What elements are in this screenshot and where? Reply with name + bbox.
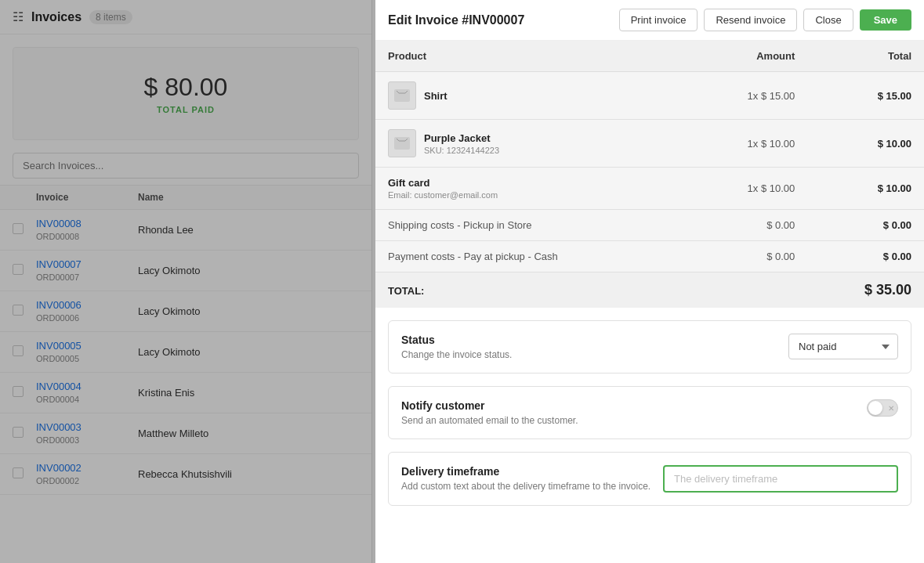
delivery-section: Delivery timeframe Add custom text about… [388, 452, 911, 506]
product-name: Purple Jacket [424, 132, 499, 144]
bottom-sections: Status Change the invoice status. Not pa… [375, 320, 924, 506]
modal-header: Edit Invoice #INV00007 Print invoice Res… [375, 0, 924, 41]
delivery-description: Add custom text about the delivery timef… [401, 481, 650, 492]
modal-body: Product Amount Total [375, 41, 924, 563]
col-total-header: Total [807, 41, 924, 72]
product-row-shirt: Shirt 1x $ 15.00 $ 15.00 [375, 72, 924, 120]
toggle-x-icon: ✕ [888, 404, 894, 413]
gift-card-amount: 1x $ 10.00 [690, 168, 808, 210]
status-description: Change the invoice status. [401, 349, 512, 360]
payment-label: Payment costs - Pay at pickup - Cash [375, 241, 690, 272]
toggle-knob [868, 401, 882, 415]
product-total: $ 15.00 [807, 72, 924, 120]
status-select[interactable]: Not paid Paid Overdue Cancelled [788, 334, 898, 359]
product-sku: SKU: 12324144223 [424, 146, 499, 155]
product-name: Shirt [424, 90, 448, 102]
grand-total-label: TOTAL: [388, 285, 424, 297]
shipping-row: Shipping costs - Pickup in Store $ 0.00 … [375, 210, 924, 241]
gift-card-email: Email: customer@email.com [388, 190, 678, 200]
modal-title: Edit Invoice #INV00007 [388, 13, 619, 27]
product-name-cell: Shirt [388, 81, 678, 110]
product-row-purple-jacket: Purple Jacket SKU: 12324144223 1x $ 10.0… [375, 120, 924, 168]
payment-total: $ 0.00 [807, 241, 924, 272]
save-button[interactable]: Save [860, 9, 911, 31]
status-row: Status Change the invoice status. Not pa… [401, 334, 898, 360]
payment-row: Payment costs - Pay at pickup - Cash $ 0… [375, 241, 924, 272]
col-product-header: Product [375, 41, 690, 72]
product-name-cell: Purple Jacket SKU: 12324144223 [388, 129, 678, 157]
shipping-label: Shipping costs - Pickup in Store [375, 210, 690, 241]
product-amount: 1x $ 15.00 [690, 72, 808, 120]
notify-label: Notify customer [401, 399, 578, 412]
print-invoice-button[interactable]: Print invoice [619, 9, 698, 31]
delivery-info: Delivery timeframe Add custom text about… [401, 465, 650, 492]
delivery-timeframe-input[interactable] [663, 465, 898, 493]
grand-total-row: TOTAL: $ 35.00 [375, 272, 924, 309]
modal-header-actions: Print invoice Resend invoice Close Save [619, 9, 911, 31]
notify-info: Notify customer Send an automated email … [401, 399, 578, 426]
product-row-gift-card: Gift card Email: customer@email.com 1x $… [375, 168, 924, 210]
notify-description: Send an automated email to the customer. [401, 415, 578, 426]
product-amount: 1x $ 10.00 [690, 120, 808, 168]
delivery-label: Delivery timeframe [401, 465, 650, 478]
notify-section: Notify customer Send an automated email … [388, 386, 911, 439]
grand-total-value: $ 35.00 [864, 282, 911, 298]
shipping-amount: $ 0.00 [690, 210, 808, 241]
modal-overlay: Edit Invoice #INV00007 Print invoice Res… [0, 0, 924, 563]
products-table: Product Amount Total [375, 41, 924, 308]
col-amount-header: Amount [690, 41, 808, 72]
delivery-row: Delivery timeframe Add custom text about… [401, 465, 898, 493]
edit-invoice-modal: Edit Invoice #INV00007 Print invoice Res… [375, 0, 924, 563]
payment-amount: $ 0.00 [690, 241, 808, 272]
notify-toggle-container[interactable]: ✕ [867, 399, 898, 417]
product-total: $ 10.00 [807, 120, 924, 168]
product-image-shirt [388, 81, 416, 110]
close-button[interactable]: Close [803, 9, 853, 31]
status-label: Status [401, 334, 512, 346]
status-section: Status Change the invoice status. Not pa… [388, 320, 911, 374]
gift-card-total: $ 10.00 [807, 168, 924, 210]
notify-toggle[interactable]: ✕ [867, 399, 898, 417]
products-section: Product Amount Total [375, 41, 924, 308]
status-info: Status Change the invoice status. [401, 334, 512, 360]
shipping-total: $ 0.00 [807, 210, 924, 241]
notify-row: Notify customer Send an automated email … [401, 399, 898, 426]
gift-card-name: Gift card [388, 177, 678, 189]
resend-invoice-button[interactable]: Resend invoice [704, 9, 797, 31]
product-image-jacket [388, 129, 416, 157]
